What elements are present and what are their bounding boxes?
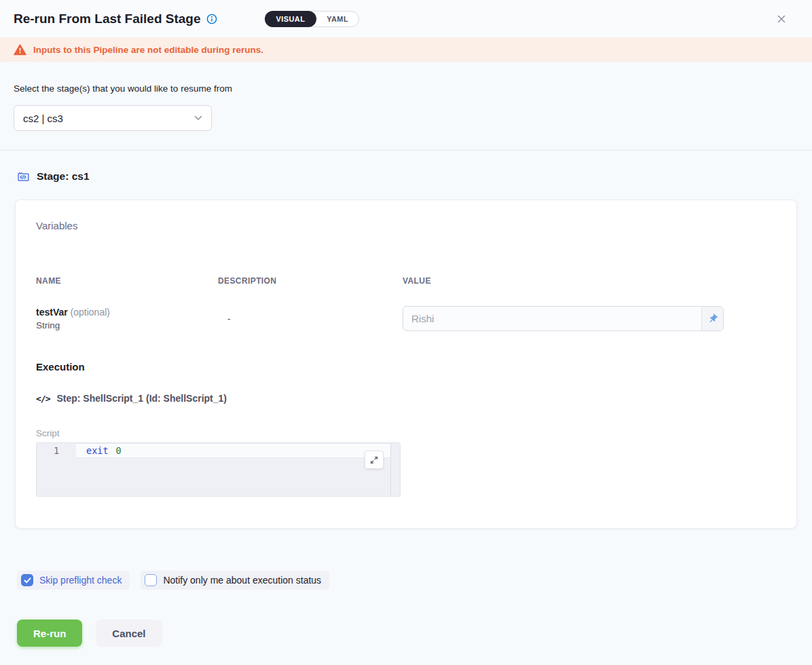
stage-card: Variables NAME DESCRIPTION VALUE testVar… <box>15 200 797 529</box>
step-label: Step: ShellScript_1 (Id: ShellScript_1) <box>56 393 227 404</box>
stage-select-dropdown[interactable]: cs2 | cs3 <box>14 105 212 131</box>
line-number: 1 <box>37 445 76 456</box>
script-code-editor[interactable]: 1 exit0 <box>36 442 401 497</box>
info-icon[interactable] <box>206 14 217 24</box>
options-row: Skip preflight check Notify only me abou… <box>0 571 812 590</box>
variable-row: testVar (optional) String - <box>36 306 776 331</box>
pin-icon[interactable] <box>701 307 723 330</box>
column-name: NAME <box>36 276 218 286</box>
cancel-button[interactable]: Cancel <box>96 620 162 647</box>
skip-preflight-option[interactable]: Skip preflight check <box>17 571 130 590</box>
notify-only-me-option[interactable]: Notify only me about execution status <box>141 571 329 590</box>
warning-banner-text: Inputs to this Pipeline are not editable… <box>33 45 263 55</box>
current-line-highlight <box>76 443 390 458</box>
chevron-down-icon <box>194 115 202 121</box>
page-title: Re-run From Last Failed Stage <box>14 12 201 26</box>
variable-description: - <box>218 314 403 324</box>
actions-row: Re-run Cancel <box>0 620 812 647</box>
code-line: 1 exit0 <box>37 443 400 458</box>
variables-table-header: NAME DESCRIPTION VALUE <box>36 276 776 286</box>
variable-name-cell: testVar (optional) String <box>36 307 218 330</box>
code-keyword: exit <box>86 445 109 456</box>
custom-stage-icon <box>16 170 30 183</box>
close-icon[interactable] <box>777 14 786 24</box>
variables-heading: Variables <box>36 220 776 231</box>
notify-only-me-checkbox[interactable] <box>145 574 157 586</box>
code-brackets-icon: </> <box>36 394 50 404</box>
column-value: VALUE <box>403 276 776 286</box>
script-label: Script <box>36 428 776 438</box>
stage-title-row: Stage: cs1 <box>15 170 797 183</box>
variable-optional-suffix: (optional) <box>68 307 110 318</box>
variable-value-input[interactable] <box>403 307 701 330</box>
variable-type: String <box>36 320 218 330</box>
notify-only-me-label: Notify only me about execution status <box>163 575 321 586</box>
stage-title: Stage: cs1 <box>37 170 90 183</box>
stage-select-value: cs2 | cs3 <box>23 113 63 124</box>
variable-name: testVar <box>36 307 68 318</box>
stage-select-section: Select the stage(s) that you would like … <box>0 62 812 151</box>
variable-value-field <box>403 306 724 331</box>
visual-yaml-toggle: VISUAL YAML <box>265 11 360 27</box>
toggle-visual[interactable]: VISUAL <box>265 11 317 27</box>
modal-header: Re-run From Last Failed Stage VISUAL YAM… <box>0 0 812 37</box>
rerun-button[interactable]: Re-run <box>17 620 82 647</box>
column-description: DESCRIPTION <box>218 276 403 286</box>
stage-section: Stage: cs1 Variables NAME DESCRIPTION VA… <box>0 151 812 529</box>
stage-select-label: Select the stage(s) that you would like … <box>14 83 798 94</box>
skip-preflight-label: Skip preflight check <box>39 575 122 586</box>
step-row: </> Step: ShellScript_1 (Id: ShellScript… <box>36 393 776 404</box>
skip-preflight-checkbox[interactable] <box>21 574 33 586</box>
code-argument: 0 <box>116 445 122 456</box>
expand-editor-button[interactable] <box>365 451 384 469</box>
warning-banner: Inputs to this Pipeline are not editable… <box>0 37 812 62</box>
code-text: exit0 <box>76 445 122 456</box>
execution-heading: Execution <box>36 361 776 373</box>
warning-triangle-icon <box>14 44 26 56</box>
toggle-yaml[interactable]: YAML <box>316 12 358 26</box>
